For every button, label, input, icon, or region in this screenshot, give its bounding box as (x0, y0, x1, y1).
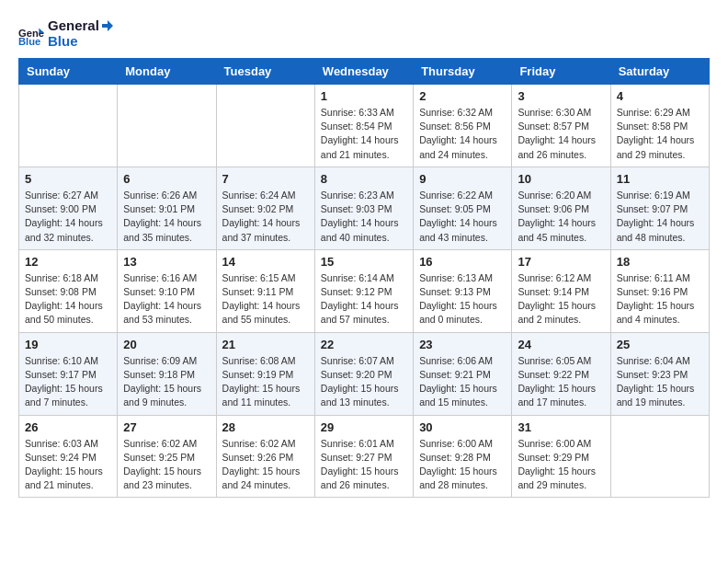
page-header: General Blue General Blue (18, 18, 710, 49)
day-number: 26 (25, 420, 111, 434)
calendar-cell: 12Sunrise: 6:18 AM Sunset: 9:08 PM Dayli… (19, 249, 118, 332)
calendar-cell (610, 415, 709, 498)
day-info: Sunrise: 6:20 AM Sunset: 9:06 PM Dayligh… (518, 189, 604, 245)
weekday-header-sunday: Sunday (19, 59, 118, 85)
day-number: 31 (518, 420, 604, 434)
day-number: 8 (321, 172, 407, 186)
day-number: 13 (123, 255, 210, 269)
logo-arrow-icon (101, 19, 114, 32)
calendar-cell: 21Sunrise: 6:08 AM Sunset: 9:19 PM Dayli… (216, 332, 314, 415)
day-number: 29 (321, 420, 407, 434)
day-info: Sunrise: 6:24 AM Sunset: 9:02 PM Dayligh… (222, 189, 309, 245)
day-number: 21 (222, 338, 309, 351)
day-number: 2 (419, 89, 506, 103)
weekday-header-saturday: Saturday (610, 59, 709, 85)
weekday-header-row: SundayMondayTuesdayWednesdayThursdayFrid… (19, 59, 710, 85)
calendar-cell: 28Sunrise: 6:02 AM Sunset: 9:26 PM Dayli… (216, 415, 314, 498)
day-number: 3 (518, 89, 604, 103)
day-info: Sunrise: 6:30 AM Sunset: 8:57 PM Dayligh… (518, 106, 604, 162)
calendar-table: SundayMondayTuesdayWednesdayThursdayFrid… (18, 58, 710, 498)
day-info: Sunrise: 6:01 AM Sunset: 9:27 PM Dayligh… (321, 437, 407, 493)
logo-icon: General Blue (18, 21, 44, 47)
svg-marker-3 (102, 20, 113, 31)
day-info: Sunrise: 6:10 AM Sunset: 9:17 PM Dayligh… (25, 354, 111, 410)
calendar-cell: 6Sunrise: 6:26 AM Sunset: 9:01 PM Daylig… (118, 167, 216, 249)
calendar-cell: 7Sunrise: 6:24 AM Sunset: 9:02 PM Daylig… (216, 167, 314, 249)
day-number: 27 (123, 420, 210, 434)
day-number: 30 (419, 420, 506, 434)
calendar-cell: 8Sunrise: 6:23 AM Sunset: 9:03 PM Daylig… (314, 167, 413, 249)
calendar-cell: 26Sunrise: 6:03 AM Sunset: 9:24 PM Dayli… (19, 415, 118, 498)
day-info: Sunrise: 6:13 AM Sunset: 9:13 PM Dayligh… (419, 271, 506, 327)
day-number: 19 (25, 338, 111, 351)
calendar-cell: 5Sunrise: 6:27 AM Sunset: 9:00 PM Daylig… (19, 167, 118, 249)
calendar-cell: 11Sunrise: 6:19 AM Sunset: 9:07 PM Dayli… (610, 167, 709, 249)
weekday-header-tuesday: Tuesday (216, 59, 314, 85)
calendar-cell: 31Sunrise: 6:00 AM Sunset: 9:29 PM Dayli… (512, 415, 610, 498)
day-info: Sunrise: 6:09 AM Sunset: 9:18 PM Dayligh… (123, 354, 210, 410)
day-info: Sunrise: 6:16 AM Sunset: 9:10 PM Dayligh… (123, 271, 210, 327)
day-info: Sunrise: 6:26 AM Sunset: 9:01 PM Dayligh… (123, 189, 210, 245)
calendar-week-5: 26Sunrise: 6:03 AM Sunset: 9:24 PM Dayli… (19, 415, 710, 498)
day-number: 20 (123, 338, 210, 351)
day-info: Sunrise: 6:04 AM Sunset: 9:23 PM Dayligh… (617, 354, 703, 410)
day-number: 9 (419, 172, 506, 186)
day-number: 28 (222, 420, 309, 434)
day-number: 1 (321, 89, 407, 103)
logo-blue-text: Blue (48, 34, 114, 50)
day-number: 22 (321, 338, 407, 351)
day-info: Sunrise: 6:07 AM Sunset: 9:20 PM Dayligh… (321, 354, 407, 410)
calendar-cell: 20Sunrise: 6:09 AM Sunset: 9:18 PM Dayli… (118, 332, 216, 415)
logo-general-text: General (48, 18, 114, 34)
calendar-cell: 4Sunrise: 6:29 AM Sunset: 8:58 PM Daylig… (610, 85, 709, 167)
day-info: Sunrise: 6:03 AM Sunset: 9:24 PM Dayligh… (25, 437, 111, 493)
day-number: 12 (25, 255, 111, 269)
calendar-cell: 23Sunrise: 6:06 AM Sunset: 9:21 PM Dayli… (414, 332, 512, 415)
calendar-week-2: 5Sunrise: 6:27 AM Sunset: 9:00 PM Daylig… (19, 167, 710, 249)
day-number: 18 (617, 255, 703, 269)
day-number: 16 (419, 255, 506, 269)
calendar-cell: 2Sunrise: 6:32 AM Sunset: 8:56 PM Daylig… (414, 85, 512, 167)
day-number: 23 (419, 338, 506, 351)
day-info: Sunrise: 6:22 AM Sunset: 9:05 PM Dayligh… (419, 189, 506, 245)
calendar-cell (19, 85, 118, 167)
calendar-cell: 15Sunrise: 6:14 AM Sunset: 9:12 PM Dayli… (314, 249, 413, 332)
day-info: Sunrise: 6:06 AM Sunset: 9:21 PM Dayligh… (419, 354, 506, 410)
calendar-cell: 14Sunrise: 6:15 AM Sunset: 9:11 PM Dayli… (216, 249, 314, 332)
day-info: Sunrise: 6:23 AM Sunset: 9:03 PM Dayligh… (321, 189, 407, 245)
day-info: Sunrise: 6:19 AM Sunset: 9:07 PM Dayligh… (617, 189, 703, 245)
day-number: 7 (222, 172, 309, 186)
calendar-cell (216, 85, 314, 167)
calendar-cell: 13Sunrise: 6:16 AM Sunset: 9:10 PM Dayli… (118, 249, 216, 332)
day-number: 11 (617, 172, 703, 186)
calendar-cell: 27Sunrise: 6:02 AM Sunset: 9:25 PM Dayli… (118, 415, 216, 498)
day-info: Sunrise: 6:33 AM Sunset: 8:54 PM Dayligh… (321, 106, 407, 162)
calendar-cell: 24Sunrise: 6:05 AM Sunset: 9:22 PM Dayli… (512, 332, 610, 415)
day-info: Sunrise: 6:08 AM Sunset: 9:19 PM Dayligh… (222, 354, 309, 410)
calendar-cell: 29Sunrise: 6:01 AM Sunset: 9:27 PM Dayli… (314, 415, 413, 498)
calendar-cell: 16Sunrise: 6:13 AM Sunset: 9:13 PM Dayli… (414, 249, 512, 332)
calendar-cell: 17Sunrise: 6:12 AM Sunset: 9:14 PM Dayli… (512, 249, 610, 332)
day-number: 25 (617, 338, 703, 351)
day-number: 14 (222, 255, 309, 269)
calendar-cell (118, 85, 216, 167)
calendar-cell: 3Sunrise: 6:30 AM Sunset: 8:57 PM Daylig… (512, 85, 610, 167)
weekday-header-wednesday: Wednesday (314, 59, 413, 85)
day-info: Sunrise: 6:29 AM Sunset: 8:58 PM Dayligh… (617, 106, 703, 162)
calendar-cell: 22Sunrise: 6:07 AM Sunset: 9:20 PM Dayli… (314, 332, 413, 415)
day-info: Sunrise: 6:02 AM Sunset: 9:26 PM Dayligh… (222, 437, 309, 493)
day-number: 15 (321, 255, 407, 269)
logo: General Blue General Blue (18, 18, 114, 49)
calendar-cell: 18Sunrise: 6:11 AM Sunset: 9:16 PM Dayli… (610, 249, 709, 332)
weekday-header-thursday: Thursday (414, 59, 512, 85)
weekday-header-friday: Friday (512, 59, 610, 85)
day-info: Sunrise: 6:05 AM Sunset: 9:22 PM Dayligh… (518, 354, 604, 410)
day-info: Sunrise: 6:02 AM Sunset: 9:25 PM Dayligh… (123, 437, 210, 493)
calendar-cell: 1Sunrise: 6:33 AM Sunset: 8:54 PM Daylig… (314, 85, 413, 167)
day-number: 6 (123, 172, 210, 186)
day-info: Sunrise: 6:18 AM Sunset: 9:08 PM Dayligh… (25, 271, 111, 327)
calendar-cell: 10Sunrise: 6:20 AM Sunset: 9:06 PM Dayli… (512, 167, 610, 249)
day-info: Sunrise: 6:11 AM Sunset: 9:16 PM Dayligh… (617, 271, 703, 327)
calendar-week-1: 1Sunrise: 6:33 AM Sunset: 8:54 PM Daylig… (19, 85, 710, 167)
weekday-header-monday: Monday (118, 59, 216, 85)
